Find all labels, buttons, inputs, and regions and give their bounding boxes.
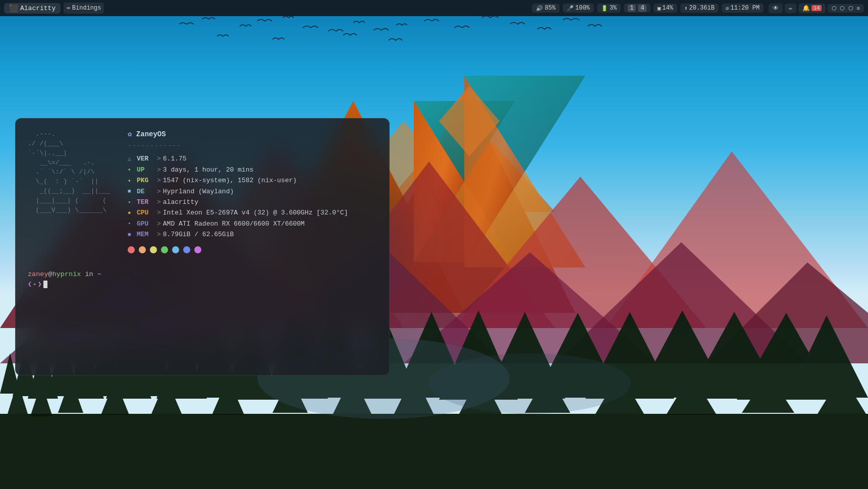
eye-button[interactable]: 👁 [769, 4, 783, 13]
workspace-section[interactable]: 1 4 [624, 4, 650, 13]
dot-2 [139, 246, 146, 253]
notifications-button[interactable]: 🔔 14 [798, 4, 825, 13]
ter-arrow: > [157, 197, 161, 207]
memory-section[interactable]: ⬆ 20.36iB [680, 4, 719, 13]
dot-3 [150, 246, 157, 253]
app-name-label: Alacritty [20, 5, 56, 12]
cpu-icon: ▣ [658, 5, 661, 12]
cpu-section[interactable]: ▣ 14% [654, 4, 677, 13]
prompt-host: hyprnix [52, 270, 81, 278]
terminal-content: .---. ./ /(___\ `-`\|..__| __\=/___ .-. … [28, 129, 379, 365]
battery-icon: 🔋 [601, 5, 608, 12]
ver-arrow: > [157, 153, 161, 164]
cpu-row-key: CPU [137, 207, 155, 218]
volume-label: 85% [545, 5, 556, 12]
de-val: Hyprland (Wayland) [163, 186, 234, 197]
mem-row-val: 8.79GiB / 62.65GiB [163, 229, 234, 240]
prompt-gt: ❯ [38, 280, 42, 290]
color-dots [128, 246, 379, 253]
workspace-1: 1 [628, 5, 635, 12]
sysinfo-row-de: ■ DE > Hyprland (Wayland) [128, 186, 379, 197]
bindings-section[interactable]: ⌨ Bindings [64, 3, 104, 14]
ter-key: TER [137, 197, 155, 207]
bell-icon: 🔔 [802, 5, 810, 12]
ver-icon: △ [128, 154, 137, 164]
sysinfo-row-pkg: ✦ PKG > 1547 (nix-system), 1582 (nix-use… [128, 175, 379, 186]
de-icon: ■ [128, 187, 137, 196]
gpu-arrow: > [157, 219, 161, 229]
battery-section[interactable]: 🔋 3% [597, 4, 621, 13]
ascii-art: .---. ./ /(___\ `-`\|..__| __\=/___ .-. … [28, 129, 114, 215]
eye-icon: 👁 [773, 5, 779, 12]
prompt-line1: zaney@hyprnix in ~ [28, 269, 379, 280]
prompt-user: zaney [28, 270, 48, 278]
de-arrow: > [157, 186, 161, 197]
volume-icon: 🔊 [536, 5, 543, 12]
prompt-area: zaney@hyprnix in ~ ❮ ✦ ❯ [28, 269, 379, 290]
time-label: 11:20 PM [731, 5, 760, 12]
clock-icon: ⊙ [726, 5, 729, 12]
sysinfo-row-cpu: ● CPU > Intel Xeon E5-2697A v4 (32) @ 3.… [128, 207, 379, 218]
mem-row-icon: ■ [128, 230, 137, 239]
up-key: UP [137, 165, 155, 175]
prompt-star: ✦ [33, 281, 36, 288]
terminal-icon: ⬛ [9, 4, 18, 13]
ver-val: 6.1.75 [163, 153, 187, 164]
gpu-icon: ▪ [128, 219, 137, 228]
neofetch-display: .---. ./ /(___\ `-`\|..__| __\=/___ .-. … [28, 129, 379, 253]
system-tray[interactable]: ⬡ ⬡ ⬡ ≡ [828, 4, 864, 13]
app-name-section[interactable]: ⬛ Alacritty [4, 3, 61, 14]
pen-icon: ✏ [789, 5, 792, 12]
sysinfo-title: ✿ ZaneyOS [128, 129, 379, 140]
de-key: DE [137, 186, 155, 197]
up-val: 3 days, 1 hour, 20 mins [163, 165, 253, 175]
topbar: ⬛ Alacritty ⌨ Bindings 🔊 85% 🎤 100% 🔋 3%… [0, 0, 868, 16]
prompt-symbol-open: ❮ [28, 280, 32, 290]
mic-icon: 🎤 [567, 5, 574, 12]
dot-5 [172, 246, 179, 253]
mem-label: 20.36iB [689, 5, 715, 12]
workspace-2: 4 [638, 5, 646, 12]
mem-row-arrow: > [157, 229, 161, 240]
pkg-val: 1547 (nix-system), 1582 (nix-user) [163, 175, 297, 186]
nix-icon: ✿ [128, 130, 136, 138]
pkg-key: PKG [137, 175, 155, 186]
dot-1 [128, 246, 135, 253]
ter-icon: ▪ [128, 198, 137, 207]
dot-7 [194, 246, 201, 253]
sysinfo-row-ver: △ VER > 6.1.75 [128, 153, 379, 164]
gpu-val: AMD ATI Radeon RX 6600/6600 XT/6600M [163, 219, 305, 229]
cpu-row-val: Intel Xeon E5-2697A v4 (32) @ 3.600GHz [… [163, 207, 348, 218]
pkg-arrow: > [157, 175, 161, 186]
prompt-dir: ~ [97, 270, 101, 278]
prompt-line2[interactable]: ❮ ✦ ❯ [28, 280, 379, 290]
cpu-row-icon: ● [128, 208, 137, 218]
ver-key: VER [137, 153, 155, 164]
cursor [43, 281, 47, 288]
mem-row-key: MEM [137, 229, 155, 240]
bindings-icon: ⌨ [67, 5, 70, 12]
gpu-key: GPU [137, 219, 155, 229]
sysinfo-panel: ✿ ZaneyOS ------------ △ VER > 6.1.75 ✦ … [128, 129, 379, 253]
prompt-in: in [85, 270, 97, 278]
tray-icon: ⬡ ⬡ ⬡ ≡ [832, 5, 860, 12]
memory-icon: ⬆ [684, 5, 688, 12]
sysinfo-row-mem: ■ MEM > 8.79GiB / 62.65GiB [128, 229, 379, 240]
dot-6 [183, 246, 190, 253]
cpu-label: 14% [662, 5, 673, 12]
prompt-at: @ [48, 270, 52, 278]
pen-button[interactable]: ✏ [785, 4, 796, 13]
time-section[interactable]: ⊙ 11:20 PM [722, 4, 764, 13]
up-arrow: > [157, 165, 161, 175]
battery-label: 3% [610, 5, 617, 12]
sysinfo-row-up: ✦ UP > 3 days, 1 hour, 20 mins [128, 165, 379, 175]
sysinfo-row-ter: ▪ TER > alacritty [128, 197, 379, 207]
bindings-label: Bindings [72, 5, 101, 12]
pkg-icon: ✦ [128, 176, 137, 185]
mic-section[interactable]: 🎤 100% [563, 4, 594, 13]
volume-section[interactable]: 🔊 85% [532, 4, 560, 13]
terminal-window: .---. ./ /(___\ `-`\|..__| __\=/___ .-. … [15, 118, 390, 375]
notif-count: 14 [811, 5, 821, 11]
sysinfo-divider: ------------ [128, 141, 379, 151]
mic-label: 100% [575, 5, 590, 12]
